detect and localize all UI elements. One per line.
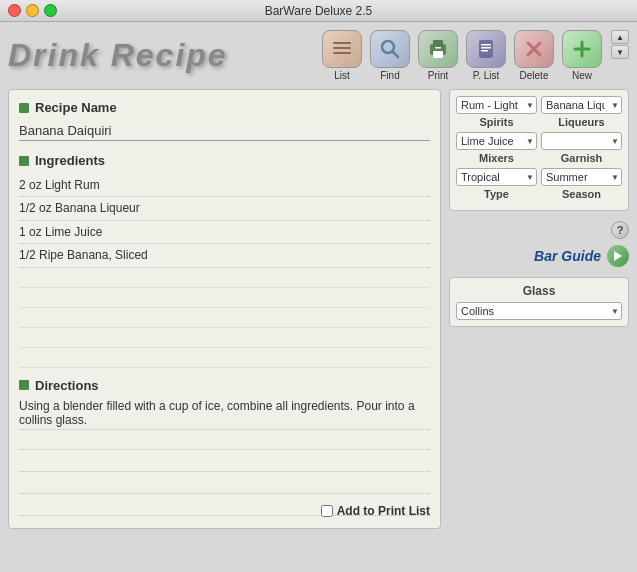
season-group: Summer Winter Season	[541, 168, 622, 200]
recipe-name-dot	[19, 103, 29, 113]
type-select[interactable]: Tropical Classic	[456, 168, 537, 186]
help-button[interactable]: ?	[611, 221, 629, 239]
app-container: Drink Recipe List	[0, 22, 637, 572]
ingredients-list: 2 oz Light Rum 1/2 oz Banana Liqueur 1 o…	[19, 174, 430, 368]
svg-marker-17	[614, 251, 622, 261]
title-bar: BarWare Deluxe 2.5	[0, 0, 637, 22]
svg-rect-7	[433, 51, 443, 58]
mixers-select-wrapper[interactable]: Lime Juice OJ	[456, 132, 537, 150]
spirits-select[interactable]: Rum - Light Vodka Gin	[456, 96, 537, 114]
ingredient-item: 2 oz Light Rum	[19, 174, 430, 197]
mixers-group: Lime Juice OJ Mixers	[456, 132, 537, 164]
left-panel: Recipe Name Ingredients 2 oz Light Rum 1…	[8, 89, 441, 529]
ingredient-item-empty	[19, 348, 430, 368]
list-icon	[322, 30, 362, 68]
filter-row-2: Lime Juice OJ Mixers Cherry	[456, 132, 622, 164]
app-logo: Drink Recipe	[8, 37, 228, 74]
recipe-name-input[interactable]	[19, 121, 430, 141]
glass-select[interactable]: Collins Highball Martini Rocks Shot Wine	[456, 302, 622, 320]
liqueurs-select[interactable]: Banana Liqueur Triple Sec	[541, 96, 622, 114]
delete-button[interactable]: Delete	[511, 30, 557, 81]
content-area: Recipe Name Ingredients 2 oz Light Rum 1…	[8, 89, 629, 529]
bar-guide-button[interactable]: Bar Guide	[449, 245, 629, 267]
svg-rect-2	[333, 52, 351, 54]
garnish-select[interactable]: Cherry	[541, 132, 622, 150]
svg-rect-9	[479, 40, 493, 58]
svg-rect-1	[333, 47, 351, 49]
find-label: Find	[380, 70, 399, 81]
add-to-print-section: Add to Print List	[321, 504, 430, 518]
directions-dot	[19, 380, 29, 390]
liqueurs-select-wrapper[interactable]: Banana Liqueur Triple Sec	[541, 96, 622, 114]
mixers-select[interactable]: Lime Juice OJ	[456, 132, 537, 150]
recipe-name-label: Recipe Name	[35, 100, 117, 115]
liqueurs-label: Liqueurs	[541, 116, 622, 128]
type-select-wrapper[interactable]: Tropical Classic	[456, 168, 537, 186]
glass-select-wrapper[interactable]: Collins Highball Martini Rocks Shot Wine	[456, 302, 622, 320]
glass-label: Glass	[456, 284, 622, 298]
ingredient-item-empty	[19, 268, 430, 288]
svg-rect-11	[481, 47, 491, 49]
liqueurs-group: Banana Liqueur Triple Sec Liqueurs	[541, 96, 622, 128]
plist-label: P. List	[473, 70, 500, 81]
svg-rect-0	[333, 42, 351, 44]
new-label: New	[572, 70, 592, 81]
ingredients-header: Ingredients	[19, 153, 430, 168]
plist-button[interactable]: P. List	[463, 30, 509, 81]
print-button[interactable]: Print	[415, 30, 461, 81]
ingredients-label: Ingredients	[35, 153, 105, 168]
filters-panel: Rum - Light Vodka Gin Spirits Banana Liq…	[449, 89, 629, 211]
minimize-button[interactable]	[26, 4, 39, 17]
ingredient-item-empty	[19, 308, 430, 328]
svg-rect-6	[433, 40, 443, 46]
print-label: Print	[428, 70, 449, 81]
scroll-up-button[interactable]: ▲	[611, 30, 629, 44]
delete-label: Delete	[520, 70, 549, 81]
garnish-label: Garnish	[541, 152, 622, 164]
find-icon	[370, 30, 410, 68]
find-button[interactable]: Find	[367, 30, 413, 81]
list-button[interactable]: List	[319, 30, 365, 81]
add-to-print-checkbox[interactable]	[321, 505, 333, 517]
glass-panel: Glass Collins Highball Martini Rocks Sho…	[449, 277, 629, 327]
bar-guide-play-icon	[607, 245, 629, 267]
recipe-name-header: Recipe Name	[19, 100, 430, 115]
ingredient-item: 1 oz Lime Juice	[19, 221, 430, 244]
garnish-select-wrapper[interactable]: Cherry	[541, 132, 622, 150]
filter-row-3: Tropical Classic Type Summer Winter	[456, 168, 622, 200]
ingredients-dot	[19, 156, 29, 166]
svg-line-4	[393, 52, 399, 58]
spirits-select-wrapper[interactable]: Rum - Light Vodka Gin	[456, 96, 537, 114]
direction-line-empty	[19, 474, 430, 494]
directions-header: Directions	[19, 378, 430, 393]
type-group: Tropical Classic Type	[456, 168, 537, 200]
svg-rect-10	[481, 44, 491, 46]
plist-icon	[466, 30, 506, 68]
directions-text: Using a blender filled with a cup of ice…	[19, 399, 415, 427]
maximize-button[interactable]	[44, 4, 57, 17]
spirits-label: Spirits	[456, 116, 537, 128]
season-select[interactable]: Summer Winter	[541, 168, 622, 186]
direction-line-empty	[19, 452, 430, 472]
direction-line-empty	[19, 430, 430, 450]
bar-guide-text: Bar Guide	[534, 248, 601, 264]
season-select-wrapper[interactable]: Summer Winter	[541, 168, 622, 186]
close-button[interactable]	[8, 4, 21, 17]
svg-rect-8	[435, 47, 441, 49]
garnish-group: Cherry Garnish	[541, 132, 622, 164]
type-label: Type	[456, 188, 537, 200]
window-controls[interactable]	[8, 4, 57, 17]
ingredient-item: 1/2 Ripe Banana, Sliced	[19, 244, 430, 267]
new-button[interactable]: New	[559, 30, 605, 81]
ingredient-item-empty	[19, 328, 430, 348]
scroll-down-button[interactable]: ▼	[611, 45, 629, 59]
ingredient-item: 1/2 oz Banana Liqueur	[19, 197, 430, 220]
window-title: BarWare Deluxe 2.5	[265, 4, 373, 18]
list-label: List	[334, 70, 350, 81]
svg-rect-12	[481, 50, 488, 52]
ingredient-item-empty	[19, 288, 430, 308]
toolbar-scroll[interactable]: ▲ ▼	[611, 30, 629, 59]
new-icon	[562, 30, 602, 68]
right-panel: Rum - Light Vodka Gin Spirits Banana Liq…	[449, 89, 629, 529]
season-label: Season	[541, 188, 622, 200]
